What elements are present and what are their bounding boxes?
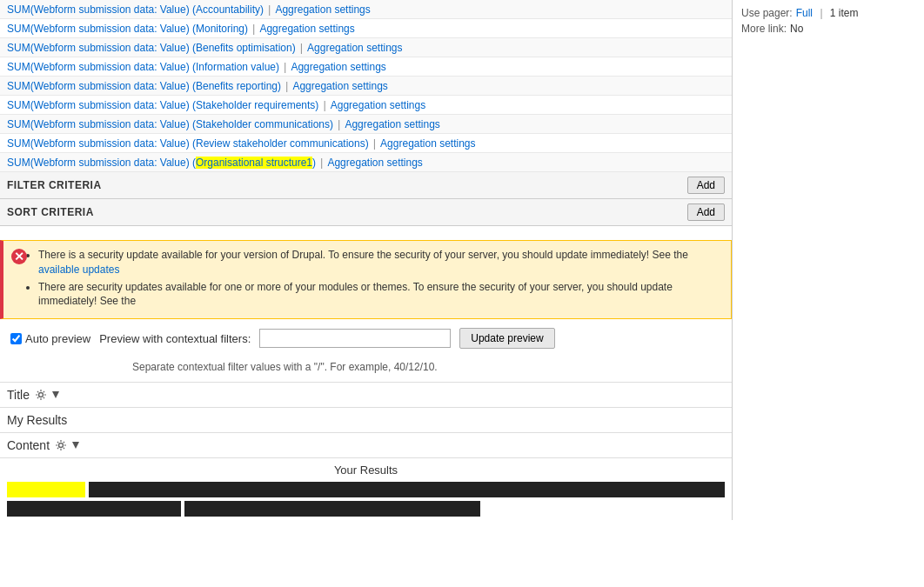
bar-chart <box>0 478 732 520</box>
bar-yellow <box>7 482 85 497</box>
more-link-value: No <box>790 23 803 35</box>
contextual-filter-input[interactable] <box>259 329 451 348</box>
separator-org: | <box>320 156 323 169</box>
separator-info-value: | <box>284 60 286 73</box>
field-row-info-value: SUM(Webform submission data: Value) (Inf… <box>0 57 732 77</box>
filter-criteria-header: FILTER CRITERIA Add <box>0 172 732 199</box>
preview-section: Auto preview Preview with contextual fil… <box>0 319 732 383</box>
warning-text-2: There are security updates available for… <box>38 281 673 308</box>
filter-criteria-label: FILTER CRITERIA <box>7 179 102 191</box>
field-row-benefits-rep: SUM(Webform submission data: Value) (Ben… <box>0 77 732 96</box>
agg-link-monitoring[interactable]: Aggregation settings <box>259 23 354 35</box>
svg-text:✕: ✕ <box>14 250 24 263</box>
svg-marker-5 <box>72 442 79 449</box>
update-preview-button[interactable]: Update preview <box>459 328 554 349</box>
field-link-benefits-rep[interactable]: SUM(Webform submission data: Value) (Ben… <box>7 80 281 92</box>
content-section-row: Content <box>0 433 732 458</box>
use-pager-value: 1 item <box>830 7 859 19</box>
field-link-accountability[interactable]: SUM(Webform submission data: Value) (Acc… <box>7 3 264 16</box>
sort-criteria-header: SORT CRITERIA Add <box>0 199 732 226</box>
content-section-label: Content <box>7 438 50 452</box>
auto-preview-text: Auto preview <box>25 332 90 345</box>
title-section-row: Title <box>0 383 732 408</box>
agg-link-stakeholder-comm[interactable]: Aggregation settings <box>345 118 439 130</box>
use-pager-row: Use pager: Full | 1 item <box>741 7 915 19</box>
field-row-review-comm: SUM(Webform submission data: Value) (Rev… <box>0 134 732 153</box>
svg-marker-3 <box>52 391 59 398</box>
more-link-label: More link: <box>741 23 787 35</box>
use-pager-label: Use pager: <box>741 7 793 19</box>
bar-row-1 <box>7 482 725 497</box>
use-pager-link[interactable]: Full <box>796 7 813 19</box>
separator: | <box>268 3 271 16</box>
field-highlighted: Organisational structure1 <box>196 157 312 169</box>
field-link-stakeholder-comm[interactable]: SUM(Webform submission data: Value) (Sta… <box>7 118 333 130</box>
right-panel: Use pager: Full | 1 item More link: No <box>733 0 924 520</box>
title-section-label: Title <box>7 388 30 402</box>
warning-list: There is a security update available for… <box>35 248 720 309</box>
warning-section: ✕ There is a security update available f… <box>0 240 732 319</box>
separator-benefits-rep: | <box>285 79 288 92</box>
content-gear-icon[interactable] <box>55 439 67 451</box>
results-section: Title My Results Content <box>0 383 732 520</box>
field-row-accountability: SUM(Webform submission data: Value) (Acc… <box>0 0 732 19</box>
use-pager-separator: | <box>817 7 826 19</box>
bar-row-2 <box>7 501 725 517</box>
result-title-value: My Results <box>0 408 732 433</box>
sort-criteria-label: SORT CRITERIA <box>7 206 94 218</box>
field-link-info-value[interactable]: SUM(Webform submission data: Value) (Inf… <box>7 61 279 73</box>
auto-preview-checkbox[interactable] <box>10 333 22 344</box>
more-link-row: More link: No <box>741 23 915 35</box>
field-link-stakeholder-req[interactable]: SUM(Webform submission data: Value) (Sta… <box>7 99 318 111</box>
warning-text-1: There is a security update available for… <box>38 249 688 261</box>
field-link-review-comm[interactable]: SUM(Webform submission data: Value) (Rev… <box>7 137 369 150</box>
content-dropdown-icon[interactable] <box>72 442 79 449</box>
field-link-monitoring[interactable]: SUM(Webform submission data: Value) (Mon… <box>7 23 248 35</box>
separator-monitoring: | <box>252 22 255 35</box>
agg-link-info-value[interactable]: Aggregation settings <box>291 61 385 73</box>
separator-stakeholder-req: | <box>323 98 325 111</box>
field-prefix: SUM(Webform submission data: Value) ( <box>7 157 196 169</box>
bar-black-long-1 <box>89 482 725 497</box>
title-dropdown-icon[interactable] <box>52 391 59 398</box>
error-icon: ✕ <box>10 248 28 265</box>
warning-link-updates[interactable]: available updates <box>38 263 119 276</box>
sort-criteria-add-button[interactable]: Add <box>687 203 725 221</box>
title-gear-icon[interactable] <box>35 389 47 401</box>
separator-benefits-opt: | <box>300 41 303 54</box>
agg-link-benefits-rep[interactable]: Aggregation settings <box>292 80 387 92</box>
svg-point-4 <box>59 444 64 448</box>
your-results-heading: Your Results <box>0 458 732 478</box>
field-link-org-structure[interactable]: SUM(Webform submission data: Value) (Org… <box>7 157 316 169</box>
agg-link-stakeholder-req[interactable]: Aggregation settings <box>331 99 425 111</box>
field-row-org-structure: SUM(Webform submission data: Value) (Org… <box>0 153 732 172</box>
field-row-stakeholder-req: SUM(Webform submission data: Value) (Sta… <box>0 96 732 115</box>
agg-link-review-comm[interactable]: Aggregation settings <box>380 137 475 150</box>
separator-stakeholder-comm: | <box>338 117 340 130</box>
agg-link-org[interactable]: Aggregation settings <box>327 157 422 169</box>
filter-criteria-add-button[interactable]: Add <box>687 177 725 194</box>
field-row-benefits-opt: SUM(Webform submission data: Value) (Ben… <box>0 38 732 57</box>
agg-link-benefits-opt[interactable]: Aggregation settings <box>307 42 402 54</box>
bar-black-partial <box>7 501 181 517</box>
agg-link-accountability[interactable]: Aggregation settings <box>275 3 370 16</box>
warning-item-drupal: There is a security update available for… <box>38 248 720 277</box>
field-row-monitoring: SUM(Webform submission data: Value) (Mon… <box>0 19 732 38</box>
auto-preview-label[interactable]: Auto preview <box>10 332 90 345</box>
svg-point-2 <box>38 393 43 397</box>
field-suffix: ) <box>312 157 316 169</box>
warning-item-modules: There are security updates available for… <box>38 280 720 310</box>
filter-hint: Separate contextual filter values with a… <box>19 361 721 373</box>
bar-black-right <box>184 501 480 517</box>
separator-review-comm: | <box>373 137 376 150</box>
field-row-stakeholder-comm: SUM(Webform submission data: Value) (Sta… <box>0 115 732 134</box>
contextual-filter-label: Preview with contextual filters: <box>99 332 251 345</box>
field-link-benefits-opt[interactable]: SUM(Webform submission data: Value) (Ben… <box>7 42 296 54</box>
